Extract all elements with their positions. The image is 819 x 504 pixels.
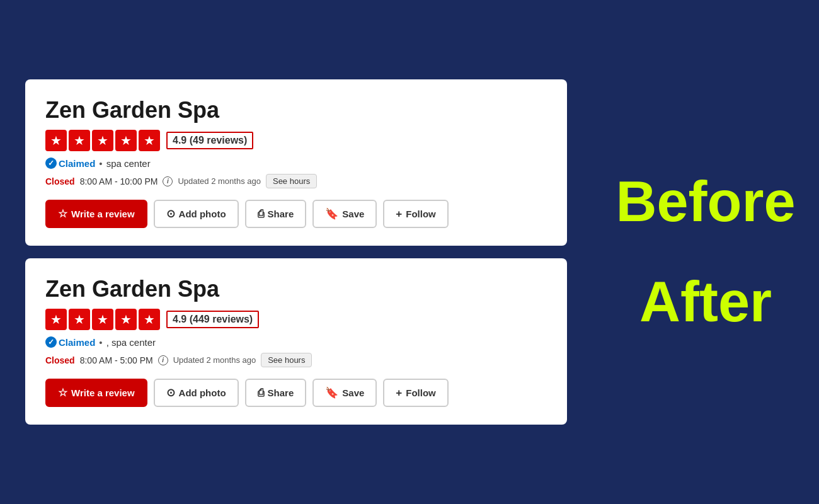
after-updated: Updated 2 months ago (173, 355, 256, 365)
before-info-icon: i (163, 176, 173, 186)
after-share-icon: ⎙ (258, 387, 264, 399)
after-write-review-button[interactable]: ☆ Write a review (45, 379, 147, 407)
before-card: Zen Garden Spa ★ ★ ★ ★ ★ 4.9 (49 reviews… (25, 79, 567, 246)
before-stars-row: ★ ★ ★ ★ ★ 4.9 (49 reviews) (45, 130, 547, 151)
after-stars-row: ★ ★ ★ ★ ★ 4.9 (449 reviews) (45, 309, 547, 330)
before-see-hours-button[interactable]: See hours (266, 174, 317, 188)
before-dot-sep: • (99, 158, 102, 169)
after-camera-icon: ⊙ (166, 386, 175, 399)
before-claimed-label: Claimed (59, 158, 95, 169)
before-follow-label: Follow (406, 209, 436, 219)
star-2: ★ (69, 130, 90, 151)
after-write-review-icon: ☆ (58, 386, 67, 399)
before-updated: Updated 2 months ago (178, 176, 261, 186)
after-verified-icon: ✓ (45, 336, 57, 348)
before-save-label: Save (342, 209, 364, 219)
after-hours-row: Closed 8:00 AM - 5:00 PM i Updated 2 mon… (45, 353, 547, 367)
after-star-4: ★ (115, 309, 137, 330)
after-claimed-row: ✓ Claimed • , spa center (45, 336, 547, 348)
after-star-1: ★ (45, 309, 67, 330)
after-claimed-badge: ✓ Claimed (45, 336, 95, 348)
after-add-photo-label: Add photo (179, 387, 226, 398)
right-panel: Before After (592, 0, 819, 504)
after-info-icon: i (158, 355, 168, 365)
after-follow-icon: + (396, 387, 402, 399)
before-bookmark-icon: 🔖 (325, 207, 338, 220)
after-actions-row: ☆ Write a review ⊙ Add photo ⎙ Share 🔖 S… (45, 379, 547, 407)
after-dot-sep: • (99, 337, 102, 348)
before-follow-button[interactable]: + Follow (383, 200, 448, 228)
before-actions-row: ☆ Write a review ⊙ Add photo ⎙ Share 🔖 S… (45, 200, 547, 228)
star-3: ★ (92, 130, 113, 151)
star-4: ★ (115, 130, 137, 151)
after-star-5: ★ (139, 309, 160, 330)
left-panel: Zen Garden Spa ★ ★ ★ ★ ★ 4.9 (49 reviews… (0, 0, 592, 504)
before-closed-label: Closed (45, 176, 75, 186)
after-save-button[interactable]: 🔖 Save (312, 379, 377, 407)
before-claimed-badge: ✓ Claimed (45, 158, 95, 169)
star-1: ★ (45, 130, 67, 151)
after-add-photo-button[interactable]: ⊙ Add photo (154, 379, 239, 407)
after-hours: 8:00 AM - 5:00 PM (80, 355, 153, 365)
before-write-review-button[interactable]: ☆ Write a review (45, 200, 147, 228)
before-category: spa center (106, 158, 151, 169)
before-claimed-row: ✓ Claimed • spa center (45, 158, 547, 169)
after-share-button[interactable]: ⎙ Share (245, 379, 307, 407)
after-label: After (639, 271, 772, 333)
after-star-2: ★ (69, 309, 90, 330)
before-write-review-icon: ☆ (58, 207, 67, 220)
after-share-label: Share (268, 387, 294, 398)
before-business-name: Zen Garden Spa (45, 97, 547, 123)
before-review-count: 4.9 (49 reviews) (166, 132, 253, 149)
after-follow-button[interactable]: + Follow (383, 379, 448, 407)
after-follow-label: Follow (406, 387, 436, 398)
before-hours: 8:00 AM - 10:00 PM (80, 176, 158, 186)
before-verified-icon: ✓ (45, 158, 57, 169)
after-category: , spa center (106, 337, 156, 348)
after-star-3: ★ (92, 309, 113, 330)
before-add-photo-label: Add photo (179, 209, 226, 219)
before-save-button[interactable]: 🔖 Save (312, 200, 377, 228)
after-closed-label: Closed (45, 355, 75, 365)
before-camera-icon: ⊙ (166, 207, 175, 220)
star-5: ★ (139, 130, 160, 151)
before-stars: ★ ★ ★ ★ ★ (45, 130, 160, 151)
before-hours-row: Closed 8:00 AM - 10:00 PM i Updated 2 mo… (45, 174, 547, 188)
before-label: Before (616, 171, 795, 233)
after-save-label: Save (342, 387, 364, 398)
before-share-button[interactable]: ⎙ Share (245, 200, 307, 228)
after-bookmark-icon: 🔖 (325, 386, 338, 399)
before-add-photo-button[interactable]: ⊙ Add photo (154, 200, 239, 228)
after-card: Zen Garden Spa ★ ★ ★ ★ ★ 4.9 (449 review… (25, 258, 567, 425)
after-see-hours-button[interactable]: See hours (261, 353, 312, 367)
before-follow-icon: + (396, 208, 402, 220)
after-write-review-label: Write a review (71, 387, 135, 398)
after-business-name: Zen Garden Spa (45, 276, 547, 302)
before-share-label: Share (268, 209, 294, 219)
after-stars: ★ ★ ★ ★ ★ (45, 309, 160, 330)
after-review-count: 4.9 (449 reviews) (166, 311, 259, 328)
after-claimed-label: Claimed (59, 337, 95, 348)
before-share-icon: ⎙ (258, 208, 264, 220)
before-write-review-label: Write a review (71, 209, 135, 219)
